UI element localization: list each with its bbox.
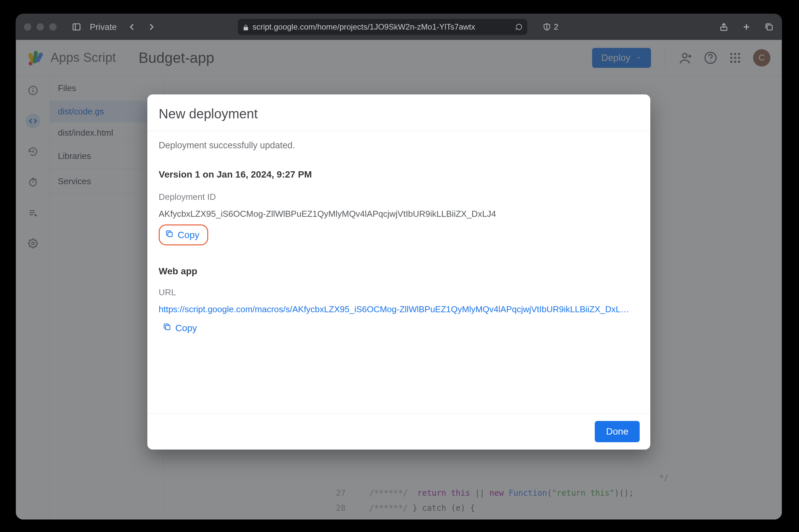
copy-icon bbox=[163, 323, 171, 334]
tabs-icon[interactable] bbox=[764, 22, 774, 32]
url-text: script.google.com/home/projects/1JO9SkW2… bbox=[253, 22, 512, 32]
done-label: Done bbox=[606, 426, 628, 437]
lock-icon bbox=[242, 24, 249, 30]
copy-icon bbox=[165, 229, 174, 241]
done-button[interactable]: Done bbox=[595, 421, 640, 442]
forward-button[interactable] bbox=[147, 22, 156, 32]
copy-label: Copy bbox=[178, 230, 199, 241]
dialog-body: Deployment successfully updated. Version… bbox=[147, 131, 650, 413]
svg-rect-37 bbox=[166, 325, 170, 330]
web-app-title: Web app bbox=[159, 266, 639, 277]
share-icon[interactable] bbox=[719, 22, 728, 32]
web-app-url[interactable]: https://script.google.com/macros/s/AKfyc… bbox=[159, 304, 639, 315]
copy-url-button[interactable]: Copy bbox=[159, 319, 204, 337]
url-bar[interactable]: script.google.com/home/projects/1JO9SkW2… bbox=[238, 19, 527, 35]
apps-script-app: Apps Script Budget-app Deploy bbox=[16, 40, 782, 519]
url-label: URL bbox=[159, 287, 639, 298]
traffic-zoom[interactable] bbox=[49, 23, 57, 31]
traffic-close[interactable] bbox=[24, 23, 31, 31]
svg-rect-36 bbox=[168, 232, 172, 237]
modal-backdrop[interactable]: New deployment Deployment successfully u… bbox=[16, 40, 782, 519]
new-tab-icon[interactable] bbox=[742, 22, 751, 32]
privacy-badge[interactable]: 2 bbox=[542, 22, 558, 32]
traffic-minimize[interactable] bbox=[37, 23, 44, 31]
version-line: Version 1 on Jan 16, 2024, 9:27 PM bbox=[159, 169, 639, 180]
reload-icon[interactable] bbox=[515, 23, 523, 31]
shield-count: 2 bbox=[554, 22, 558, 32]
deployment-id-value: AKfycbxLZX95_iS6OCMog-ZllWlBPuEZ1QyMlyMQ… bbox=[159, 209, 639, 219]
window-controls bbox=[24, 23, 57, 31]
dialog-title: New deployment bbox=[147, 94, 650, 131]
copy-deployment-id-button[interactable]: Copy bbox=[161, 226, 206, 244]
private-label: Private bbox=[90, 22, 117, 32]
browser-window: Private script.google.com/home/projects/… bbox=[16, 14, 782, 519]
copy-highlight: Copy bbox=[159, 225, 208, 245]
dialog-footer: Done bbox=[147, 413, 650, 450]
copy-label: Copy bbox=[175, 323, 197, 334]
sidebar-toggle-icon[interactable] bbox=[72, 22, 81, 32]
svg-rect-6 bbox=[767, 25, 772, 30]
deployment-id-label: Deployment ID bbox=[159, 192, 639, 202]
svg-rect-0 bbox=[73, 24, 80, 30]
new-deployment-dialog: New deployment Deployment successfully u… bbox=[147, 94, 650, 450]
status-message: Deployment successfully updated. bbox=[159, 140, 639, 151]
browser-toolbar: Private script.google.com/home/projects/… bbox=[16, 14, 782, 40]
shield-icon bbox=[542, 23, 551, 31]
back-button[interactable] bbox=[127, 22, 137, 32]
